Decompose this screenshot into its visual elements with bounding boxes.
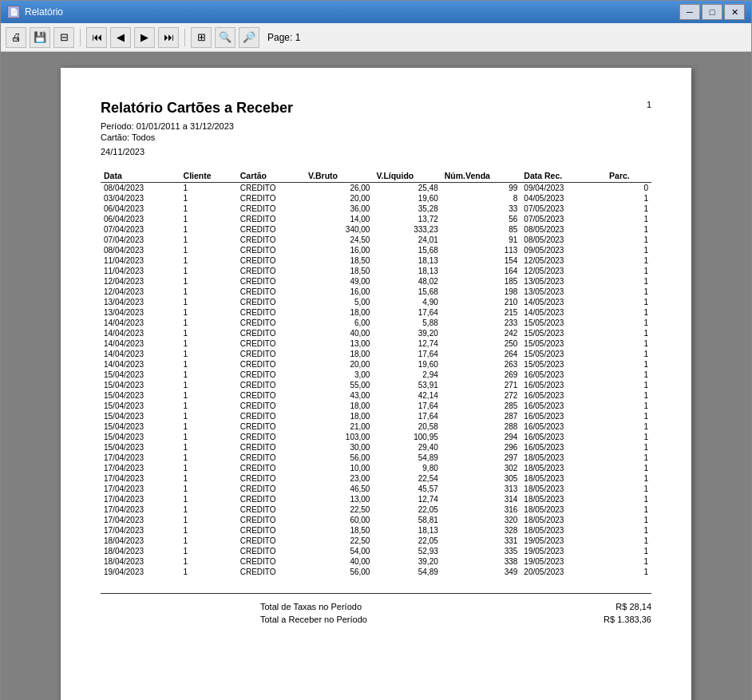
table-cell-vbruto: 18,50 [305, 255, 373, 266]
title-bar: 📄 Relatório ─ □ ✕ [1, 1, 751, 23]
table-cell-cliente: 1 [180, 224, 237, 235]
table-cell-vliquido: 12,74 [373, 338, 441, 349]
table-cell-data: 17/04/2023 [101, 453, 180, 463]
table-cell-data: 15/04/2023 [101, 411, 180, 421]
last-page-button[interactable]: ⏭ [158, 27, 179, 48]
table-row: 06/04/20231CREDITO36,0035,283307/05/2023… [101, 204, 651, 214]
table-cell-datarec: 18/05/2023 [520, 453, 606, 463]
table-cell-cartao: CREDITO [237, 421, 305, 432]
table-cell-data: 03/04/2023 [101, 193, 180, 204]
table-cell-cliente: 1 [180, 328, 237, 338]
taxas-label: Total de Taxas no Período [260, 602, 362, 611]
table-cell-cartao: CREDITO [237, 349, 305, 359]
table-cell-datarec: 08/05/2023 [520, 235, 606, 245]
cartao-meta: Cartão: Todos [101, 132, 651, 142]
maximize-button[interactable]: □ [702, 4, 722, 20]
table-cell-numvenda: 288 [441, 421, 521, 432]
table-cell-cartao: CREDITO [237, 183, 305, 194]
receber-currency: R$ [604, 615, 615, 624]
zoom-in-button[interactable]: 🔍 [215, 27, 235, 48]
save-button[interactable]: 💾 [30, 27, 50, 48]
page-number: 1 [647, 100, 651, 109]
col-header-datarec: Data Rec. [520, 169, 606, 183]
table-row: 15/04/20231CREDITO55,0053,9127116/05/202… [101, 380, 651, 390]
table-cell-data: 17/04/2023 [101, 515, 180, 525]
table-row: 13/04/20231CREDITO5,004,9021014/05/20231 [101, 297, 651, 307]
table-row: 14/04/20231CREDITO20,0019,6026315/05/202… [101, 359, 651, 370]
table-cell-vbruto: 40,00 [305, 556, 373, 567]
table-cell-datarec: 16/05/2023 [520, 442, 606, 453]
add-page-button[interactable]: ⊞ [191, 27, 212, 48]
table-cell-cliente: 1 [180, 204, 237, 214]
table-cell-data: 17/04/2023 [101, 463, 180, 473]
receber-label: Total a Receber no Período [260, 615, 367, 624]
table-cell-cliente: 1 [180, 567, 237, 577]
table-cell-cliente: 1 [180, 214, 237, 224]
next-page-button[interactable]: ▶ [134, 27, 155, 48]
table-cell-vliquido: 4,90 [373, 297, 441, 307]
table-cell-cliente: 1 [180, 338, 237, 349]
table-cell-vliquido: 17,64 [373, 307, 441, 318]
taxas-currency: R$ [615, 602, 627, 611]
table-cell-vbruto: 10,00 [305, 463, 373, 473]
table-cell-cartao: CREDITO [237, 276, 305, 287]
table-row: 07/04/20231CREDITO24,5024,019108/05/2023… [101, 235, 651, 245]
table-cell-data: 11/04/2023 [101, 255, 180, 266]
table-cell-numvenda: 316 [441, 504, 521, 515]
table-row: 12/04/20231CREDITO49,0048,0218513/05/202… [101, 276, 651, 287]
table-cell-vliquido: 22,05 [373, 536, 441, 546]
table-cell-numvenda: 271 [441, 380, 521, 390]
table-cell-data: 14/04/2023 [101, 349, 180, 359]
table-cell-cartao: CREDITO [237, 432, 305, 442]
table-cell-vliquido: 22,54 [373, 473, 441, 484]
first-page-button[interactable]: ⏮ [86, 27, 107, 48]
table-row: 17/04/20231CREDITO22,5022,0531618/05/202… [101, 504, 651, 515]
table-cell-numvenda: 331 [441, 536, 521, 546]
prev-page-button[interactable]: ◀ [110, 27, 131, 48]
table-cell-datarec: 20/05/2023 [520, 567, 606, 577]
table-cell-cartao: CREDITO [237, 453, 305, 463]
table-row: 08/04/20231CREDITO26,0025,489909/04/2023… [101, 183, 651, 194]
zoom-out-button[interactable]: 🔎 [239, 27, 259, 48]
table-cell-vliquido: 20,58 [373, 421, 441, 432]
table-cell-data: 18/04/2023 [101, 536, 180, 546]
export-button[interactable]: ⊟ [53, 27, 74, 48]
table-cell-parc: 1 [606, 338, 651, 349]
table-cell-data: 18/04/2023 [101, 546, 180, 556]
table-cell-vbruto: 18,00 [305, 411, 373, 421]
print-button[interactable]: 🖨 [6, 27, 26, 48]
table-cell-parc: 1 [606, 546, 651, 556]
table-cell-vliquido: 5,88 [373, 318, 441, 328]
table-cell-cliente: 1 [180, 359, 237, 370]
table-cell-data: 08/04/2023 [101, 183, 180, 194]
table-cell-numvenda: 99 [441, 183, 521, 194]
table-cell-vbruto: 22,50 [305, 536, 373, 546]
close-button[interactable]: ✕ [724, 4, 745, 20]
app-icon: 📄 [7, 6, 20, 18]
table-cell-vliquido: 2,94 [373, 370, 441, 380]
table-cell-data: 15/04/2023 [101, 401, 180, 411]
periodo-meta: Período: 01/01/2011 a 31/12/2023 [101, 121, 651, 131]
minimize-button[interactable]: ─ [679, 4, 700, 20]
table-cell-vliquido: 17,64 [373, 411, 441, 421]
table-cell-cartao: CREDITO [237, 224, 305, 235]
table-cell-datarec: 15/05/2023 [520, 349, 606, 359]
table-cell-cartao: CREDITO [237, 494, 305, 504]
table-row: 14/04/20231CREDITO13,0012,7425015/05/202… [101, 338, 651, 349]
table-cell-numvenda: 33 [441, 204, 521, 214]
table-cell-data: 11/04/2023 [101, 266, 180, 276]
page-label: Page: 1 [267, 32, 300, 43]
table-cell-vbruto: 26,00 [305, 183, 373, 194]
table-cell-datarec: 12/05/2023 [520, 255, 606, 266]
table-cell-data: 14/04/2023 [101, 338, 180, 349]
table-cell-cartao: CREDITO [237, 266, 305, 276]
table-cell-data: 14/04/2023 [101, 359, 180, 370]
table-cell-vbruto: 54,00 [305, 546, 373, 556]
table-body: 08/04/20231CREDITO26,0025,489909/04/2023… [101, 183, 651, 578]
table-cell-vliquido: 54,89 [373, 567, 441, 577]
table-cell-vbruto: 43,00 [305, 390, 373, 401]
table-row: 07/04/20231CREDITO340,00333,238508/05/20… [101, 224, 651, 235]
report-page: 1 Relatório Cartões a Receber Período: 0… [61, 68, 691, 700]
table-cell-cartao: CREDITO [237, 193, 305, 204]
table-cell-cliente: 1 [180, 266, 237, 276]
